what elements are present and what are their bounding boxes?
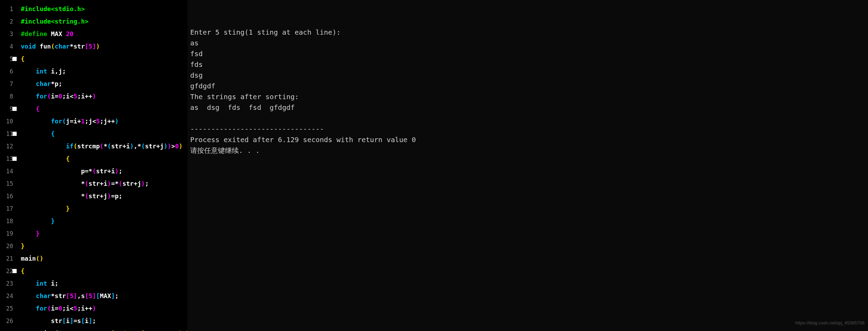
line-number: 19 xyxy=(0,227,17,240)
line-number: 5 xyxy=(0,53,17,65)
line-number: 1 xyxy=(0,3,17,15)
code-line[interactable]: for(i=0;i<5;i++) xyxy=(21,302,187,315)
line-number-gutter: 1234567891011121314151617181920212223242… xyxy=(0,3,17,331)
line-number: 12 xyxy=(0,140,17,153)
line-number: 26 xyxy=(0,315,17,327)
line-number: 7 xyxy=(0,78,17,90)
line-number: 2 xyxy=(0,15,17,28)
line-number: 3 xyxy=(0,28,17,40)
line-number: 17 xyxy=(0,202,17,215)
code-line[interactable]: p=*(str+i); xyxy=(21,165,187,177)
line-number: 10 xyxy=(0,115,17,128)
code-line[interactable]: } xyxy=(21,227,187,240)
line-number: 15 xyxy=(0,177,17,190)
line-number: 18 xyxy=(0,215,17,227)
code-line[interactable]: { xyxy=(21,153,187,165)
line-number: 22 xyxy=(0,265,17,277)
code-line[interactable]: { xyxy=(21,128,187,140)
code-line[interactable]: if(strcmp(*(str+i),*(str+j))>0) xyxy=(21,140,187,153)
code-line[interactable]: #include<stdio.h> xyxy=(21,3,187,15)
fold-marker-icon[interactable] xyxy=(12,107,17,111)
code-content[interactable]: #include<stdio.h>#include<string.h>#defi… xyxy=(21,3,187,331)
line-number: 9 xyxy=(0,103,17,115)
code-line[interactable]: void fun(char*str[5]) xyxy=(21,40,187,53)
line-number: 4 xyxy=(0,40,17,53)
line-number: 24 xyxy=(0,290,17,302)
code-editor-pane[interactable]: 1234567891011121314151617181920212223242… xyxy=(0,0,187,331)
line-number: 21 xyxy=(0,252,17,265)
fold-marker-icon[interactable] xyxy=(12,269,17,273)
line-number: 23 xyxy=(0,277,17,290)
line-number: 8 xyxy=(0,90,17,103)
line-number: 6 xyxy=(0,65,17,78)
line-number: 13 xyxy=(0,153,17,165)
code-line[interactable]: for(i=0;i<5;i++) xyxy=(21,90,187,103)
line-number: 20 xyxy=(0,240,17,252)
code-line[interactable]: #include<string.h> xyxy=(21,15,187,28)
code-line[interactable]: *(str+j)=p; xyxy=(21,190,187,202)
code-line[interactable]: char*p; xyxy=(21,78,187,90)
terminal-text: Enter 5 sting(1 sting at each line): as … xyxy=(190,27,868,156)
code-line[interactable]: *(str+i)=*(str+j); xyxy=(21,177,187,190)
code-line[interactable]: int i,j; xyxy=(21,65,187,78)
code-line[interactable]: { xyxy=(21,103,187,115)
fold-marker-icon[interactable] xyxy=(12,132,17,136)
fold-marker-icon[interactable] xyxy=(12,157,17,161)
watermark-text: https://blog.csdn.net/qq_45385706 xyxy=(795,317,865,328)
code-line[interactable]: { xyxy=(21,265,187,277)
line-number: 27 xyxy=(0,327,17,331)
code-line[interactable]: } xyxy=(21,240,187,252)
code-line[interactable]: } xyxy=(21,202,187,215)
line-number: 11 xyxy=(0,128,17,140)
code-line[interactable]: { xyxy=(21,53,187,65)
code-line[interactable]: } xyxy=(21,215,187,227)
line-number: 16 xyxy=(0,190,17,202)
line-number: 25 xyxy=(0,302,17,315)
line-number: 14 xyxy=(0,165,17,177)
code-line[interactable]: printf("\nEnter 5 sting(1 sting at each … xyxy=(21,327,187,331)
code-line[interactable]: #define MAX 20 xyxy=(21,28,187,40)
code-line[interactable]: for(j=i+1;j<5;j++) xyxy=(21,115,187,128)
terminal-output-pane[interactable]: Enter 5 sting(1 sting at each line): as … xyxy=(187,0,868,331)
code-line[interactable]: main() xyxy=(21,252,187,265)
code-line[interactable]: str[i]=s[i]; xyxy=(21,315,187,327)
code-line[interactable]: int i; xyxy=(21,277,187,290)
code-line[interactable]: char*str[5],s[5][MAX]; xyxy=(21,290,187,302)
fold-marker-icon[interactable] xyxy=(12,57,17,61)
